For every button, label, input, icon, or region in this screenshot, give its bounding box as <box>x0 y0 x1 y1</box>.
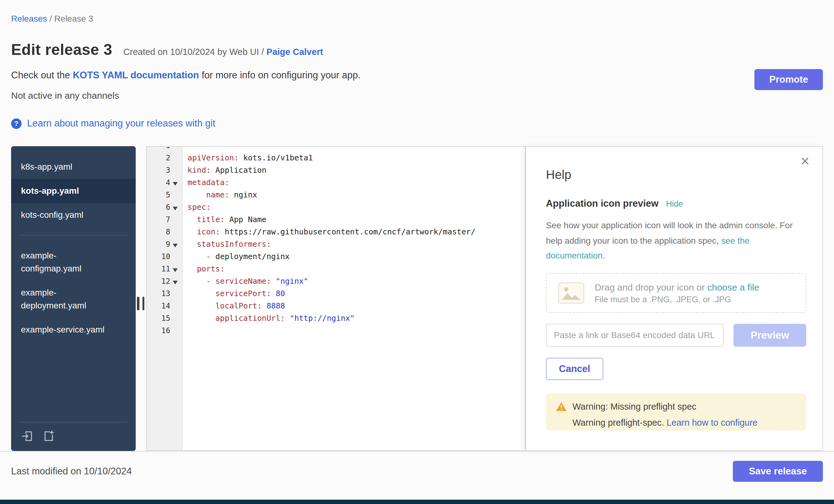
save-release-button[interactable]: Save release <box>733 461 823 482</box>
editor-code: ---apiVersion: kots.io/v1beta1kind: Appl… <box>188 147 525 337</box>
gutter-line[interactable]: 12 <box>147 275 182 287</box>
git-releases-link[interactable]: Learn about managing your releases with … <box>27 118 215 129</box>
gutter-line[interactable]: 14 <box>147 300 182 312</box>
file-tree-divider <box>21 235 128 236</box>
gutter-line[interactable]: 8 <box>147 226 182 238</box>
code-line[interactable]: statusInformers: <box>188 238 525 250</box>
code-line[interactable]: title: App Name <box>188 214 525 226</box>
docs-hint-post: for more info on configuring your app. <box>199 70 360 80</box>
fold-caret-icon[interactable] <box>170 202 179 213</box>
breadcrumb-releases-link[interactable]: Releases <box>11 14 47 23</box>
warning-detail: Warning preflight-spec. Learn how to con… <box>556 417 796 427</box>
icon-preview-description: See how your application icon will look … <box>546 218 806 263</box>
gutter-line[interactable]: 3 <box>147 164 182 176</box>
sidebar-resize-handle[interactable] <box>137 297 144 310</box>
page-title: Edit release 3 <box>11 41 112 59</box>
code-line[interactable]: servicePort: 80 <box>188 287 525 300</box>
gutter-line[interactable]: 2 <box>147 152 182 164</box>
gutter-line[interactable]: 4 <box>147 176 182 189</box>
created-by-text: Created on 10/10/2024 by Web UI / Paige … <box>123 47 323 57</box>
code-line[interactable]: - serviceName: "nginx" <box>188 275 525 287</box>
code-editor[interactable]: 12345678910111213141516 ---apiVersion: k… <box>146 146 526 451</box>
breadcrumb-current: Release 3 <box>54 14 93 23</box>
code-line[interactable]: apiVersion: kots.io/v1beta1 <box>188 152 525 164</box>
bottom-strip <box>0 500 834 504</box>
file-tree-sidebar: k8s-app.yamlkots-app.yamlkots-config.yam… <box>11 146 136 451</box>
code-line[interactable] <box>188 325 525 337</box>
help-panel-title: Help <box>546 168 805 182</box>
file-tree-item[interactable]: k8s-app.yaml <box>11 155 136 179</box>
gutter-line[interactable]: 7 <box>147 214 182 226</box>
fold-caret-icon[interactable] <box>170 239 179 250</box>
code-line[interactable]: spec: <box>188 201 525 214</box>
gutter-line[interactable]: 6 <box>147 201 182 214</box>
app-viewport: Releases / Release 3 Edit release 3 Crea… <box>0 0 834 504</box>
gutter-line[interactable]: 9 <box>147 238 182 250</box>
gutter-line[interactable]: 10 <box>147 250 182 263</box>
choose-file-link[interactable]: choose a file <box>707 282 759 292</box>
gutter-line[interactable]: 11 <box>147 263 182 275</box>
editor-gutter-column[interactable]: 12345678910111213141516 <box>147 147 182 450</box>
preview-button[interactable]: Preview <box>733 324 806 346</box>
git-help-row: ? Learn about managing your releases wit… <box>11 118 823 129</box>
editor-code-area[interactable]: ---apiVersion: kots.io/v1beta1kind: Appl… <box>182 147 525 450</box>
gutter-line[interactable]: 15 <box>147 312 182 325</box>
close-icon[interactable]: ✕ <box>800 155 810 167</box>
file-tree-item[interactable]: example-deployment.yaml <box>11 281 136 318</box>
title-row: Edit release 3 Created on 10/10/2024 by … <box>11 41 823 59</box>
file-tree-item[interactable]: example-service.yaml <box>11 318 136 342</box>
footer-bar: Last modified on 10/10/2024 Save release <box>0 452 834 482</box>
question-icon: ? <box>11 118 22 129</box>
gutter-line[interactable]: 1 <box>147 147 182 152</box>
code-line[interactable]: kind: Application <box>188 164 525 176</box>
gutter-line[interactable]: 5 <box>147 189 182 201</box>
preflight-warning-box: Warning: Missing preflight spec Warning … <box>546 393 806 430</box>
fold-caret-icon[interactable] <box>170 177 179 188</box>
author-link[interactable]: Paige Calvert <box>266 47 323 57</box>
docs-hint: Check out the KOTS YAML documentation fo… <box>11 70 823 81</box>
help-panel: ✕ Help Application icon preview Hide See… <box>526 146 823 451</box>
file-tree-item[interactable]: example-configmap.yaml <box>11 244 136 281</box>
learn-how-to-configure-link[interactable]: Learn how to configure <box>666 417 758 427</box>
icon-url-input[interactable] <box>546 324 724 346</box>
docs-hint-pre: Check out the <box>11 70 73 80</box>
dropzone-filetypes-hint: File must be a .PNG, .JPEG, or .JPG <box>595 294 759 304</box>
code-line[interactable]: ports: <box>188 263 525 275</box>
warning-title: Warning: Missing preflight spec <box>572 401 697 411</box>
dropzone-instruction: Drag and drop your icon or <box>595 282 707 292</box>
kots-yaml-docs-link[interactable]: KOTS YAML documentation <box>73 70 199 80</box>
code-line[interactable]: metadata: <box>188 176 525 189</box>
code-line[interactable]: icon: https://raw.githubusercontent.com/… <box>188 226 525 238</box>
editor-gutter: 12345678910111213141516 <box>147 147 182 337</box>
breadcrumb-separator: / <box>47 14 54 23</box>
icon-link-row: Preview <box>546 324 806 346</box>
hide-link[interactable]: Hide <box>666 199 683 209</box>
file-tree-item[interactable]: kots-app.yaml <box>11 179 136 203</box>
gutter-line[interactable]: 16 <box>147 325 182 337</box>
icon-preview-title: Application icon preview <box>546 198 659 209</box>
description-text: See how your application icon will look … <box>546 220 793 245</box>
icon-preview-section-header: Application icon preview Hide <box>546 198 805 209</box>
code-line[interactable]: --- <box>188 147 525 152</box>
release-editor-page: Releases / Release 3 Edit release 3 Crea… <box>0 0 834 129</box>
promote-button[interactable]: Promote <box>754 69 823 90</box>
code-line[interactable]: name: nginx <box>188 189 525 201</box>
breadcrumb: Releases / Release 3 <box>11 14 823 23</box>
fold-caret-icon[interactable] <box>170 263 179 275</box>
created-prefix: Created on 10/10/2024 by Web UI / <box>123 47 266 57</box>
new-file-icon[interactable] <box>43 430 55 442</box>
code-line[interactable]: applicationUrl: "http://nginx" <box>188 312 525 325</box>
gutter-line[interactable]: 13 <box>147 287 182 300</box>
file-tree-footer <box>20 422 127 451</box>
fold-caret-icon[interactable] <box>170 276 179 287</box>
warning-icon <box>556 401 567 411</box>
import-file-icon[interactable] <box>21 430 33 442</box>
file-tree: k8s-app.yamlkots-app.yamlkots-config.yam… <box>11 155 136 342</box>
file-tree-item[interactable]: kots-config.yaml <box>11 203 136 227</box>
cancel-button[interactable]: Cancel <box>546 357 603 380</box>
image-placeholder-icon <box>558 282 585 304</box>
icon-dropzone[interactable]: Drag and drop your icon or choose a file… <box>546 273 806 312</box>
code-line[interactable]: - deployment/nginx <box>188 250 525 263</box>
code-line[interactable]: localPort: 8888 <box>188 300 525 312</box>
channel-status-text: Not active in any channels <box>11 90 823 101</box>
